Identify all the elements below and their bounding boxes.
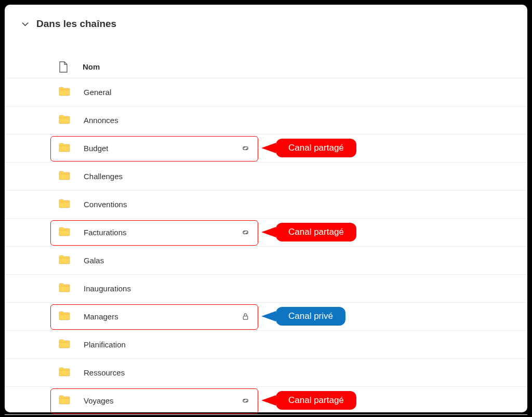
folder-icon [59, 367, 70, 379]
folder-name: Facturations [84, 228, 527, 237]
folder-name: Annonces [84, 116, 527, 125]
window: Dans les chaînes Nom General Annonces [5, 5, 527, 412]
list-item[interactable]: Challenges [5, 163, 527, 191]
folder-icon [59, 311, 70, 322]
list-item[interactable]: Planification [5, 331, 527, 359]
folder-name: Galas [84, 256, 527, 265]
folder-icon [59, 199, 70, 210]
folder-name: Voyages [84, 396, 527, 405]
link-icon [241, 228, 250, 237]
folder-name: Planification [84, 340, 527, 349]
svg-rect-0 [243, 316, 247, 320]
lock-icon [241, 312, 250, 321]
list-item[interactable]: Managers [5, 303, 527, 331]
folder-icon [59, 87, 70, 98]
list-item[interactable]: Budget [5, 134, 527, 163]
folder-name: Challenges [84, 172, 527, 181]
column-name-header[interactable]: Nom [83, 62, 100, 71]
folder-icon [59, 255, 70, 266]
folder-icon [59, 339, 70, 351]
folder-icon [59, 171, 70, 182]
link-icon [241, 396, 250, 406]
folder-name: General [84, 88, 527, 97]
list-item[interactable]: Conventions [5, 191, 527, 219]
list-item[interactable]: Inaugurations [5, 275, 527, 303]
list-item[interactable]: Annonces [5, 106, 527, 134]
list-item[interactable]: Ressources [5, 359, 527, 387]
list-item[interactable]: General [5, 78, 527, 106]
folder-icon [59, 283, 70, 294]
folder-icon [59, 143, 70, 154]
section-header[interactable]: Dans les chaînes [5, 5, 527, 30]
file-icon [59, 61, 68, 73]
section-title: Dans les chaînes [36, 18, 116, 30]
chevron-down-icon [21, 20, 29, 28]
folder-name: Inaugurations [84, 284, 527, 293]
list-item[interactable]: Facturations [5, 219, 527, 247]
folder-icon [59, 115, 70, 126]
list-item[interactable]: Voyages [5, 387, 527, 415]
folder-name: Managers [84, 312, 527, 321]
list-header: Nom [5, 56, 527, 78]
folder-icon [59, 395, 70, 407]
folder-name: Conventions [84, 200, 527, 209]
link-icon [241, 144, 250, 153]
list-item[interactable]: Galas [5, 247, 527, 275]
folder-name: Budget [84, 144, 527, 153]
folder-icon [59, 227, 70, 238]
channel-list: Nom General Annonces Budget [5, 56, 527, 415]
folder-name: Ressources [84, 368, 527, 377]
